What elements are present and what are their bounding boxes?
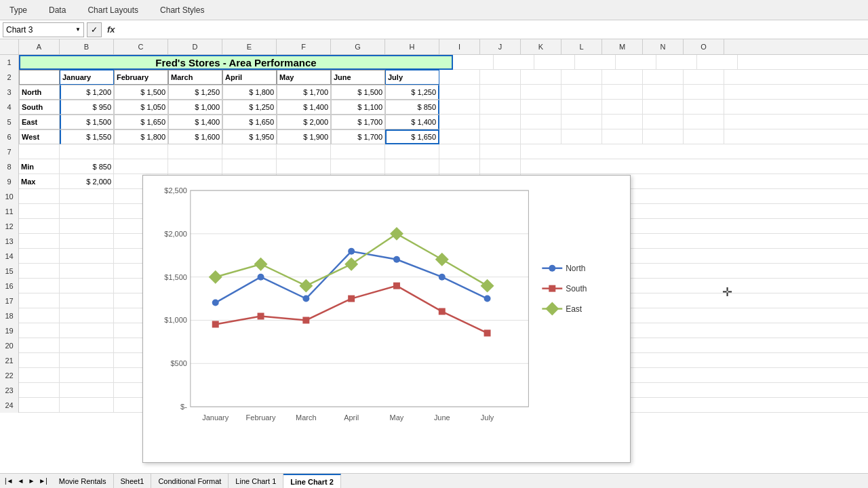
cell-e4[interactable]: $ 1,250 bbox=[222, 100, 277, 115]
cell-n4[interactable] bbox=[643, 100, 684, 115]
cell-f8[interactable] bbox=[277, 159, 331, 174]
cell-c7[interactable] bbox=[114, 144, 168, 159]
cell-b12[interactable] bbox=[60, 219, 114, 234]
cell-i7[interactable] bbox=[439, 144, 480, 159]
cell-k6[interactable] bbox=[521, 129, 561, 144]
cell-n3[interactable] bbox=[643, 85, 684, 100]
cell-b6[interactable]: $ 1,550 bbox=[60, 129, 114, 144]
cell-a3[interactable]: North bbox=[19, 85, 60, 100]
cell-f6[interactable]: $ 1,900 bbox=[277, 129, 331, 144]
cell-e7[interactable] bbox=[222, 144, 277, 159]
cell-o4[interactable] bbox=[684, 100, 724, 115]
cell-h3[interactable]: $ 1,250 bbox=[385, 85, 439, 100]
cell-m2[interactable] bbox=[602, 70, 643, 85]
cell-g3[interactable]: $ 1,500 bbox=[331, 85, 385, 100]
formula-input[interactable] bbox=[121, 22, 865, 37]
cell-e2[interactable]: April bbox=[222, 70, 277, 85]
cell-j5[interactable] bbox=[480, 115, 521, 129]
cell-h2[interactable]: July bbox=[385, 70, 439, 85]
cell-a2[interactable] bbox=[19, 70, 60, 85]
cell-a11[interactable] bbox=[19, 204, 60, 219]
cell-n2[interactable] bbox=[643, 70, 684, 85]
col-header-i[interactable]: I bbox=[439, 39, 480, 54]
cell-m4[interactable] bbox=[602, 100, 643, 115]
cell-a21[interactable] bbox=[19, 353, 60, 368]
cell-k3[interactable] bbox=[521, 85, 561, 100]
cell-a23[interactable] bbox=[19, 383, 60, 398]
col-header-a[interactable]: A bbox=[19, 39, 60, 54]
col-header-l[interactable]: L bbox=[561, 39, 602, 54]
cell-a14[interactable] bbox=[19, 249, 60, 264]
col-header-m[interactable]: M bbox=[602, 39, 643, 54]
cell-a17[interactable] bbox=[19, 293, 60, 308]
cell-n6[interactable] bbox=[643, 129, 684, 144]
cell-m6[interactable] bbox=[602, 129, 643, 144]
cell-b3[interactable]: $ 1,200 bbox=[60, 85, 114, 100]
cell-b9[interactable]: $ 2,000 bbox=[60, 174, 114, 189]
toolbar-chart-styles[interactable]: Chart Styles bbox=[156, 5, 208, 15]
cell-f7[interactable] bbox=[277, 144, 331, 159]
cell-c2[interactable]: February bbox=[114, 70, 168, 85]
cell-i2[interactable] bbox=[439, 70, 480, 85]
cell-k1[interactable] bbox=[534, 55, 575, 70]
cell-h4[interactable]: $ 850 bbox=[385, 100, 439, 115]
cell-e6[interactable]: $ 1,950 bbox=[222, 129, 277, 144]
cell-b16[interactable] bbox=[60, 279, 114, 293]
col-header-c[interactable]: C bbox=[114, 39, 168, 54]
cell-g2[interactable]: June bbox=[331, 70, 385, 85]
cell-b2[interactable]: January bbox=[60, 70, 114, 85]
cell-c3[interactable]: $ 1,500 bbox=[114, 85, 168, 100]
col-header-f[interactable]: F bbox=[277, 39, 331, 54]
cell-a12[interactable] bbox=[19, 219, 60, 234]
cell-b5[interactable]: $ 1,500 bbox=[60, 115, 114, 129]
cell-e8[interactable] bbox=[222, 159, 277, 174]
cell-j1[interactable] bbox=[494, 55, 534, 70]
cell-a19[interactable] bbox=[19, 323, 60, 338]
cell-j4[interactable] bbox=[480, 100, 521, 115]
cell-l1[interactable] bbox=[575, 55, 616, 70]
col-header-n[interactable]: N bbox=[643, 39, 684, 54]
cell-d8[interactable] bbox=[168, 159, 222, 174]
cell-j6[interactable] bbox=[480, 129, 521, 144]
cell-f5[interactable]: $ 2,000 bbox=[277, 115, 331, 129]
cell-i5[interactable] bbox=[439, 115, 480, 129]
cell-k5[interactable] bbox=[521, 115, 561, 129]
cell-o3[interactable] bbox=[684, 85, 724, 100]
name-box[interactable]: Chart 3 ▼ bbox=[3, 22, 84, 37]
cell-e3[interactable]: $ 1,800 bbox=[222, 85, 277, 100]
cell-d4[interactable]: $ 1,000 bbox=[168, 100, 222, 115]
cell-l4[interactable] bbox=[561, 100, 602, 115]
cell-d7[interactable] bbox=[168, 144, 222, 159]
cell-j2[interactable] bbox=[480, 70, 521, 85]
cell-a5[interactable]: East bbox=[19, 115, 60, 129]
cell-j7[interactable] bbox=[480, 144, 521, 159]
cell-a13[interactable] bbox=[19, 234, 60, 249]
toolbar-chart-layouts[interactable]: Chart Layouts bbox=[83, 5, 142, 15]
cell-b8[interactable]: $ 850 bbox=[60, 159, 114, 174]
cell-d5[interactable]: $ 1,400 bbox=[168, 115, 222, 129]
cell-b23[interactable] bbox=[60, 383, 114, 398]
cell-i4[interactable] bbox=[439, 100, 480, 115]
toolbar-type[interactable]: Type bbox=[5, 5, 31, 15]
cell-a10[interactable] bbox=[19, 189, 60, 204]
cell-a1-title[interactable]: Fred's Stores - Area Performance bbox=[19, 55, 453, 70]
cell-b18[interactable] bbox=[60, 308, 114, 323]
cell-h6[interactable]: $ 1,650 bbox=[385, 129, 439, 144]
cell-n1[interactable] bbox=[656, 55, 697, 70]
formula-bar-checkmark[interactable]: ✓ bbox=[87, 22, 102, 37]
cell-b4[interactable]: $ 950 bbox=[60, 100, 114, 115]
cell-a8[interactable]: Min bbox=[19, 159, 60, 174]
cell-b10[interactable] bbox=[60, 189, 114, 204]
cell-g5[interactable]: $ 1,700 bbox=[331, 115, 385, 129]
cell-m5[interactable] bbox=[602, 115, 643, 129]
col-header-h[interactable]: H bbox=[385, 39, 439, 54]
cell-i1[interactable] bbox=[453, 55, 494, 70]
chart-container[interactable]: $- $500 $1,000 $1,500 $2,000 $2,500 bbox=[142, 175, 631, 413]
cell-k4[interactable] bbox=[521, 100, 561, 115]
cell-a15[interactable] bbox=[19, 264, 60, 279]
cell-c5[interactable]: $ 1,650 bbox=[114, 115, 168, 129]
cell-l2[interactable] bbox=[561, 70, 602, 85]
cell-o6[interactable] bbox=[684, 129, 724, 144]
cell-g4[interactable]: $ 1,100 bbox=[331, 100, 385, 115]
col-header-o[interactable]: O bbox=[684, 39, 724, 54]
